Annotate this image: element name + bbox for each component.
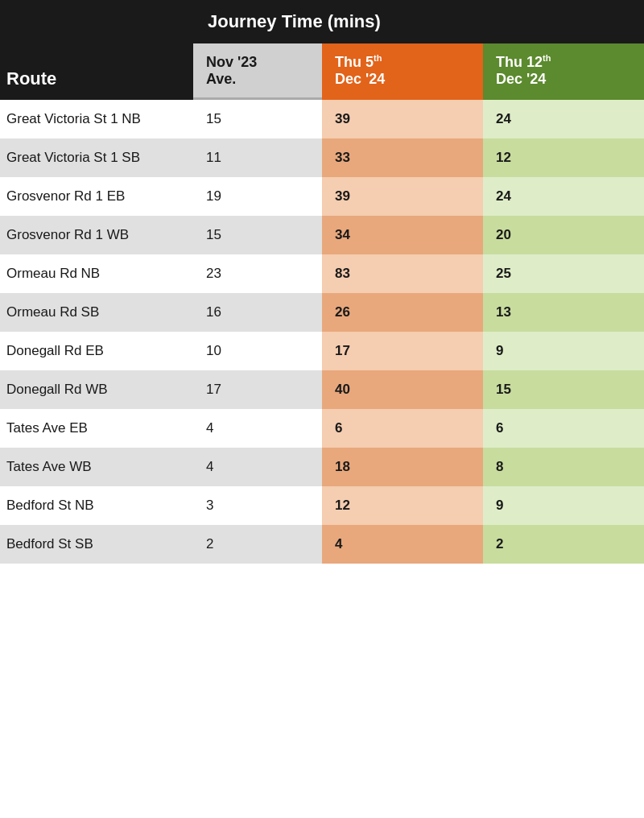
cell-route: Ormeau Rd NB xyxy=(0,254,193,293)
cell-nov: 2 xyxy=(193,525,322,564)
table-row: Grosvenor Rd 1 EB 19 39 24 xyxy=(0,177,644,216)
cell-route: Bedford St SB xyxy=(0,525,193,564)
cell-thu5: 12 xyxy=(322,486,483,525)
route-header-label: Route xyxy=(6,68,56,89)
cell-nov: 23 xyxy=(193,254,322,293)
main-container: Route Journey Time (mins) Nov '23 Ave. T… xyxy=(0,0,644,564)
cell-route: Donegall Rd EB xyxy=(0,332,193,370)
cell-nov: 3 xyxy=(193,486,322,525)
table-row: Great Victoria St 1 SB 11 33 12 xyxy=(0,138,644,177)
cell-thu5: 39 xyxy=(322,177,483,216)
table-row: Ormeau Rd SB 16 26 13 xyxy=(0,293,644,332)
cell-nov: 19 xyxy=(193,177,322,216)
cell-thu12: 6 xyxy=(483,409,644,448)
cell-route: Grosvenor Rd 1 EB xyxy=(0,177,193,216)
cell-nov: 15 xyxy=(193,100,322,138)
cell-thu5: 34 xyxy=(322,216,483,254)
col-thu5-header: Thu 5th Dec '24 xyxy=(322,43,483,97)
cell-route: Bedford St NB xyxy=(0,486,193,525)
cell-route: Great Victoria St 1 SB xyxy=(0,138,193,177)
cell-thu5: 4 xyxy=(322,525,483,564)
table-row: Donegall Rd EB 10 17 9 xyxy=(0,332,644,370)
table-row: Tates Ave EB 4 6 6 xyxy=(0,409,644,448)
cell-route: Tates Ave EB xyxy=(0,409,193,448)
table-row: Grosvenor Rd 1 WB 15 34 20 xyxy=(0,216,644,254)
cell-nov: 16 xyxy=(193,293,322,332)
table-row: Bedford St SB 2 4 2 xyxy=(0,525,644,564)
cell-nov: 10 xyxy=(193,332,322,370)
cell-nov: 4 xyxy=(193,448,322,486)
cell-route: Ormeau Rd SB xyxy=(0,293,193,332)
table-row: Tates Ave WB 4 18 8 xyxy=(0,448,644,486)
cell-route: Great Victoria St 1 NB xyxy=(0,100,193,138)
cell-thu5: 6 xyxy=(322,409,483,448)
cell-thu5: 40 xyxy=(322,370,483,409)
cell-thu12: 24 xyxy=(483,100,644,138)
table-row: Bedford St NB 3 12 9 xyxy=(0,486,644,525)
cell-nov: 11 xyxy=(193,138,322,177)
route-header-cell: Route xyxy=(0,0,193,97)
cell-nov: 17 xyxy=(193,370,322,409)
cell-thu5: 33 xyxy=(322,138,483,177)
cell-thu12: 2 xyxy=(483,525,644,564)
cell-nov: 4 xyxy=(193,409,322,448)
cell-thu5: 39 xyxy=(322,100,483,138)
cell-thu12: 9 xyxy=(483,332,644,370)
cell-thu12: 15 xyxy=(483,370,644,409)
cell-thu5: 26 xyxy=(322,293,483,332)
cell-route: Donegall Rd WB xyxy=(0,370,193,409)
col-nov-header: Nov '23 Ave. xyxy=(193,43,322,97)
cell-thu12: 20 xyxy=(483,216,644,254)
cell-thu12: 8 xyxy=(483,448,644,486)
table-row: Great Victoria St 1 NB 15 39 24 xyxy=(0,100,644,138)
col-thu12-header: Thu 12th Dec '24 xyxy=(483,43,644,97)
cell-thu5: 18 xyxy=(322,448,483,486)
cell-route: Grosvenor Rd 1 WB xyxy=(0,216,193,254)
journey-time-header: Journey Time (mins) xyxy=(193,0,644,43)
cell-route: Tates Ave WB xyxy=(0,448,193,486)
cell-thu12: 24 xyxy=(483,177,644,216)
cell-thu12: 13 xyxy=(483,293,644,332)
cell-thu12: 9 xyxy=(483,486,644,525)
cell-thu5: 17 xyxy=(322,332,483,370)
cell-thu12: 25 xyxy=(483,254,644,293)
cell-thu12: 12 xyxy=(483,138,644,177)
table-row: Donegall Rd WB 17 40 15 xyxy=(0,370,644,409)
cell-thu5: 83 xyxy=(322,254,483,293)
cell-nov: 15 xyxy=(193,216,322,254)
table-row: Ormeau Rd NB 23 83 25 xyxy=(0,254,644,293)
